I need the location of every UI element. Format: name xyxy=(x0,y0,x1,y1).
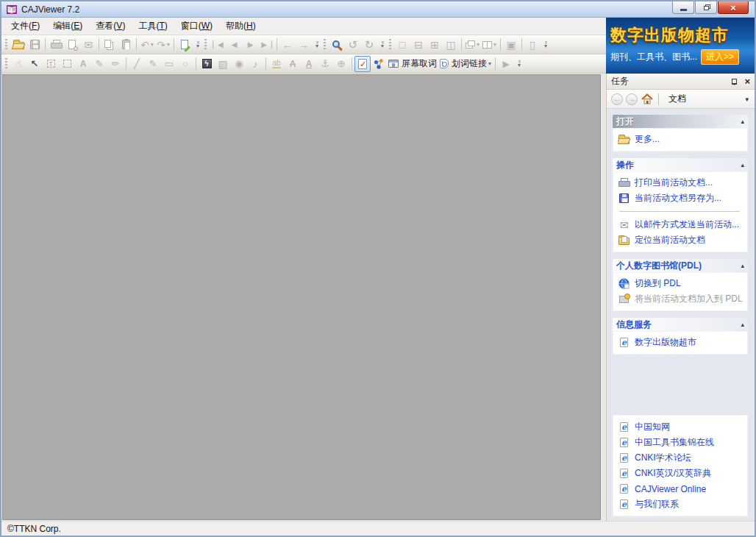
print-document-link[interactable]: 打印当前活动文档... xyxy=(618,175,744,191)
toolbar-overflow-button[interactable]: »▾ xyxy=(515,56,524,72)
toolbar-grip[interactable] xyxy=(5,58,7,70)
save-as-link[interactable]: 当前活动文档另存为... xyxy=(618,191,744,206)
toolbar-grip[interactable] xyxy=(324,39,326,51)
menu-edit[interactable]: 编辑(E) xyxy=(46,18,89,35)
next-page-icon: ▶ xyxy=(248,41,253,49)
minimize-button[interactable] xyxy=(672,1,694,14)
section-actions-header[interactable]: 操作 ▴ xyxy=(613,158,748,171)
media-tool-button: ◉ xyxy=(231,56,247,72)
play-button: ▶ xyxy=(498,56,514,72)
toolbar-overflow-button[interactable]: »▾ xyxy=(193,37,202,53)
close-button[interactable]: × xyxy=(718,1,749,14)
pin-icon[interactable] xyxy=(731,78,738,85)
toolbar-grip[interactable] xyxy=(5,39,7,51)
menu-view[interactable]: 查看(V) xyxy=(89,18,132,35)
task-pane-close-icon[interactable]: × xyxy=(744,77,750,86)
screen-capture-button[interactable]: 屏幕取词 xyxy=(387,56,438,72)
select-tool-button[interactable]: ↖ xyxy=(26,56,43,72)
link-reference-books[interactable]: 中国工具书集锦在线 xyxy=(618,435,744,450)
pencil-tool-icon: ✎ xyxy=(149,59,157,68)
rotate-left-button: ↺ xyxy=(345,37,361,53)
collapse-icon[interactable]: ▴ xyxy=(741,118,744,125)
single-page-icon: □ xyxy=(399,40,405,50)
strikeout-tool-icon: A xyxy=(290,60,296,68)
magnifier-icon xyxy=(332,40,340,48)
open-button[interactable] xyxy=(10,37,26,53)
zoom-tool-button[interactable] xyxy=(329,37,345,53)
highlight-tool-button: ab xyxy=(268,56,285,72)
annotation-panel-button[interactable] xyxy=(354,56,371,72)
mail-icon: ✉ xyxy=(84,40,93,50)
web-doc-icon xyxy=(620,499,628,509)
sound-tool-icon: ♪ xyxy=(253,59,258,69)
web-doc-icon xyxy=(620,438,628,447)
undo-button: ↶▾ xyxy=(139,37,155,53)
switch-to-pdl-link[interactable]: 切换到 PDL xyxy=(618,276,744,291)
dropdown-arrow-icon[interactable]: ▾ xyxy=(488,60,491,67)
line-tool-icon: ╱ xyxy=(134,59,140,68)
continuous-page-icon: ⊟ xyxy=(414,40,423,50)
underline-tool-icon: A xyxy=(306,60,313,68)
restore-button[interactable] xyxy=(695,1,717,14)
link-contact-us[interactable]: 与我们联系 xyxy=(618,497,744,512)
collapse-icon[interactable]: ▴ xyxy=(741,262,744,269)
toolbar-grip[interactable] xyxy=(204,39,207,51)
toolbar-overflow-button[interactable]: »▾ xyxy=(541,37,550,53)
line-tool-button: ╱ xyxy=(129,56,145,72)
spacer xyxy=(613,361,748,415)
web-doc-icon xyxy=(620,422,628,432)
banner-enter-button[interactable]: 进入>> xyxy=(701,49,739,65)
separator xyxy=(658,93,659,105)
collapse-icon[interactable]: ▴ xyxy=(741,321,744,328)
link-cnki-forum[interactable]: CNKI学术论坛 xyxy=(618,450,744,466)
separator xyxy=(45,38,46,51)
menu-file[interactable]: 文件(F) xyxy=(4,18,46,35)
ad-banner[interactable]: 数字出版物超市 期刊、工具书、图书... 进入>> xyxy=(606,18,755,74)
paste-button xyxy=(118,37,134,53)
locate-document-link[interactable]: 定位当前活动文档 xyxy=(618,232,744,248)
web-doc-icon xyxy=(620,338,628,347)
page-setup-button[interactable] xyxy=(176,37,193,53)
link-cajviewer-online[interactable]: CAJViewer Online xyxy=(618,481,744,497)
section-open-header[interactable]: 打开 ▴ xyxy=(613,115,748,128)
word-link-icon xyxy=(440,59,449,68)
hyperlink-tool-button: ⊕ xyxy=(333,56,349,72)
status-bar: ©TTKN Corp. xyxy=(1,521,755,536)
menu-help[interactable]: 帮助(H) xyxy=(219,18,263,35)
toolbar-overflow-button[interactable]: »▾ xyxy=(378,37,387,53)
collapse-icon[interactable]: ▴ xyxy=(741,161,744,168)
link-cnki[interactable]: 中国知网 xyxy=(618,419,744,435)
home-button[interactable] xyxy=(641,93,653,105)
last-page-button: ▶▕ xyxy=(258,37,274,53)
separator xyxy=(136,38,137,51)
chevron-down-icon[interactable]: ▾ xyxy=(745,96,749,103)
word-link-button[interactable]: 划词链接▾ xyxy=(438,56,493,72)
hand-tool-icon: ☝ xyxy=(15,59,21,68)
toolbar-grip[interactable] xyxy=(389,39,391,51)
forward-icon: → xyxy=(628,96,635,103)
sound-tool-button: ♪ xyxy=(247,56,263,72)
screen-capture-icon xyxy=(388,60,399,68)
undo-icon: ↶ xyxy=(140,40,149,50)
edit-annotation-button: ✏ xyxy=(107,56,124,72)
web-doc-icon xyxy=(620,484,628,494)
section-pdl-header[interactable]: 个人数字图书馆(PDL) ▴ xyxy=(613,259,748,272)
section-info-header[interactable]: 信息服务 ▴ xyxy=(613,318,748,331)
open-more-link[interactable]: 更多... xyxy=(618,132,744,147)
link-cnki-dictionary[interactable]: CNKI英汉/汉英辞典 xyxy=(618,466,744,481)
document-area xyxy=(2,74,601,520)
forward-icon: → xyxy=(299,40,309,50)
anchor-tool-button: ⚓ xyxy=(317,56,333,72)
menu-window[interactable]: 窗口(W) xyxy=(174,18,219,35)
task-view-dropdown[interactable]: 文档 xyxy=(668,93,742,105)
title-bar[interactable]: CAJViewer 7.2 × xyxy=(1,1,755,18)
knowledge-network-button[interactable] xyxy=(371,56,387,72)
toolbar-overflow-button[interactable]: »▾ xyxy=(313,37,321,53)
send-mail-link[interactable]: ✉ 以邮件方式发送当前活动... xyxy=(618,217,744,232)
publication-market-link[interactable]: 数字出版物超市 xyxy=(618,335,744,350)
task-pane-toolbar: ← → 文档 ▾ xyxy=(607,90,755,109)
facing-page-button: ⊞ xyxy=(427,37,443,53)
flash-tool-button[interactable]: ϟ xyxy=(199,56,215,72)
menu-tools[interactable]: 工具(T) xyxy=(132,18,174,35)
redo-button: ↷▾ xyxy=(155,37,171,53)
